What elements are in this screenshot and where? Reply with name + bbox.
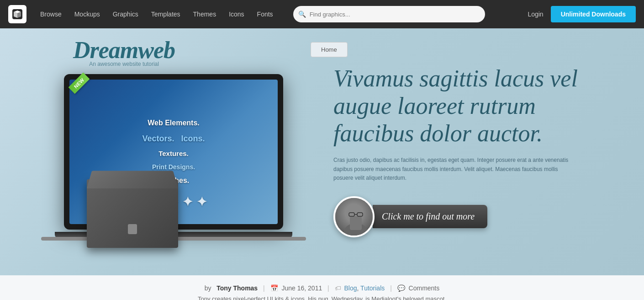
unlimited-downloads-button[interactable]: Unlimited Downloads bbox=[551, 6, 636, 22]
nav-templates[interactable]: Templates bbox=[145, 0, 187, 28]
screen-line-1: Web Elements. bbox=[142, 116, 205, 130]
hero-main-title: Vivamus sagittis lacus vel augue laoreet… bbox=[333, 65, 617, 147]
nav-fonts[interactable]: Fonts bbox=[251, 0, 280, 28]
post-info: by Tony Thomas | 📅 June 16, 2011 | 🏷 Blo… bbox=[0, 275, 644, 300]
navbar: Browse Mockups Graphics Templates Themes… bbox=[0, 0, 644, 28]
svg-rect-3 bbox=[350, 216, 362, 230]
chest-lid bbox=[87, 171, 178, 188]
hero-text: Vivamus sagittis lacus vel augue laoreet… bbox=[333, 65, 617, 237]
avatar-image bbox=[335, 198, 373, 236]
nav-themes[interactable]: Themes bbox=[187, 0, 223, 28]
post-date: June 16, 2011 bbox=[281, 284, 322, 292]
post-meta: by Tony Thomas | 📅 June 16, 2011 | 🏷 Blo… bbox=[0, 284, 644, 292]
meta-separator-2: | bbox=[327, 284, 329, 292]
hero-body-text: Cras justo odio, dapibus ac facilisis in… bbox=[333, 156, 571, 182]
meta-separator-1: | bbox=[263, 284, 265, 292]
hero-title-line1: Vivamus sagittis lacus vel bbox=[333, 65, 578, 91]
home-button[interactable]: Home bbox=[311, 42, 348, 57]
meta-separator-3: | bbox=[390, 284, 392, 292]
tag-icon: 🏷 bbox=[335, 284, 341, 292]
screen-line-3: Textures. bbox=[142, 147, 205, 161]
hero-title-line2: augue laoreet rutrum bbox=[333, 93, 536, 119]
chest bbox=[87, 179, 178, 248]
post-tag-blog[interactable]: Blog bbox=[344, 284, 357, 292]
nav-links: Browse Mockups Graphics Templates Themes… bbox=[34, 0, 280, 28]
screen-line-2: Vectors. Icons. bbox=[142, 130, 205, 147]
navbar-right: Login Unlimited Downloads bbox=[528, 6, 636, 22]
nav-graphics[interactable]: Graphics bbox=[106, 0, 145, 28]
cta-button[interactable]: Click me to find out more bbox=[373, 205, 487, 228]
login-link[interactable]: Login bbox=[528, 11, 543, 18]
post-description: Tony creates pixel-perfect UI kits & ico… bbox=[162, 295, 482, 300]
hero-section: Dreamweb An awesome website tutorial Hom… bbox=[0, 28, 644, 275]
hero-title-line3: faucibus dolor auctor. bbox=[333, 120, 543, 146]
calendar-icon: 📅 bbox=[270, 284, 278, 292]
by-label: by bbox=[205, 284, 211, 292]
nav-browse[interactable]: Browse bbox=[34, 0, 68, 28]
nav-icons[interactable]: Icons bbox=[222, 0, 250, 28]
comment-icon: 💬 bbox=[397, 284, 405, 292]
post-comments: Comments bbox=[409, 284, 440, 292]
search-icon: 🔍 bbox=[298, 11, 306, 18]
avatar bbox=[333, 196, 375, 237]
search-input[interactable] bbox=[293, 6, 485, 22]
chest-lock bbox=[128, 224, 137, 234]
post-author: Tony Thomas bbox=[216, 284, 258, 292]
hero-cta-area: Click me to find out more bbox=[333, 196, 617, 237]
logo[interactable] bbox=[8, 5, 26, 23]
hero-inner: Dreamweb An awesome website tutorial Hom… bbox=[0, 28, 644, 275]
search-bar: 🔍 bbox=[293, 6, 514, 22]
hero-mockup: NEW Web Elements. Vectors. Icons. Textur… bbox=[14, 56, 297, 266]
post-tag-tutorials[interactable]: Tutorials bbox=[360, 284, 385, 292]
nav-mockups[interactable]: Mockups bbox=[68, 0, 106, 28]
